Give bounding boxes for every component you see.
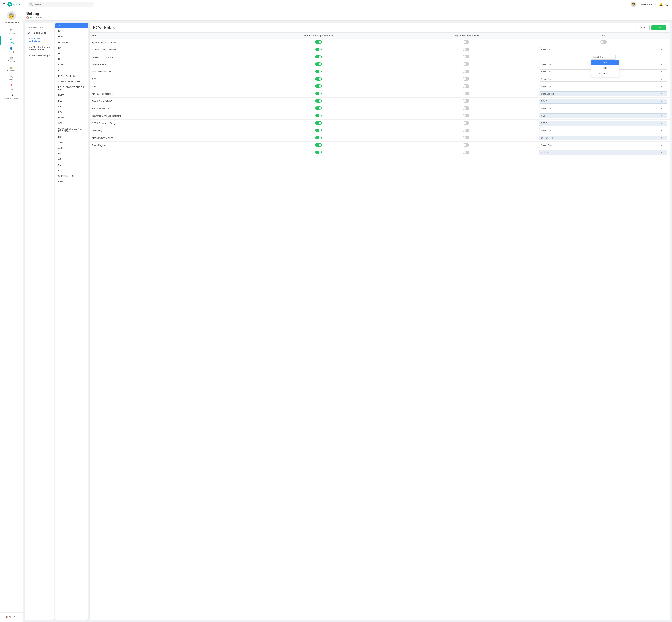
md-select-disabled[interactable]: OPT OUT LIST▼: [539, 136, 667, 140]
reappointment-toggle[interactable]: [463, 48, 469, 51]
user-info[interactable]: 🧑‍💼 Luis Hernandez ▼: [631, 2, 657, 7]
md-select[interactable]: Select One▼: [539, 106, 667, 111]
subnav-customized-alerts[interactable]: Customized Alerts: [25, 30, 54, 36]
subnav-common-form[interactable]: Common Form: [25, 24, 54, 30]
md-select-disabled[interactable]: COI▼: [539, 113, 667, 118]
type-nav-cnm[interactable]: CNM: [55, 179, 88, 184]
type-nav-pa[interactable]: PA: [55, 45, 88, 51]
type-nav-plc[interactable]: PLC: [55, 98, 88, 104]
signout-button[interactable]: 🚪 Sign Out: [0, 614, 23, 620]
md-select[interactable]: Select One▼: [539, 143, 667, 148]
reappointment-toggle[interactable]: [463, 84, 469, 88]
type-nav-lcsw[interactable]: LCSW: [55, 115, 88, 120]
dropdown-item[interactable]: AMA: [591, 60, 619, 65]
cancel-button[interactable]: Cancel: [635, 25, 649, 30]
sidebar-item-request-support[interactable]: 💬 Request Support: [0, 92, 23, 101]
reappointment-toggle[interactable]: [463, 136, 469, 139]
initial-toggle[interactable]: [315, 92, 322, 95]
reappointment-toggle[interactable]: [463, 99, 469, 103]
type-nav-do[interactable]: DO: [55, 28, 88, 34]
type-nav-counselors[interactable]: COUNSELORS/MA, MS, MSE, MSW: [55, 126, 88, 134]
initial-toggle[interactable]: [315, 70, 322, 73]
reappointment-toggle[interactable]: [463, 55, 469, 59]
sidebar-item-provider[interactable]: 🏥 Provider: [0, 55, 23, 64]
type-nav-lmft[interactable]: LMFT: [55, 93, 88, 98]
initial-toggle[interactable]: [315, 55, 322, 59]
reappointment-toggle[interactable]: [463, 129, 469, 132]
reappointment-toggle[interactable]: [463, 106, 469, 110]
md-select-disabled[interactable]: NPDB▼: [539, 121, 667, 126]
type-nav-rd[interactable]: RD: [55, 168, 88, 173]
initial-toggle[interactable]: [315, 84, 322, 88]
type-nav-apsw[interactable]: APSW: [55, 104, 88, 109]
initial-toggle[interactable]: [315, 136, 322, 139]
search-input[interactable]: [34, 3, 92, 6]
initial-toggle[interactable]: [315, 129, 322, 132]
dropdown-item[interactable]: STATE SITE: [591, 71, 619, 76]
md-select[interactable]: Select One▼: [539, 84, 667, 89]
type-nav-dc[interactable]: DC: [55, 51, 88, 57]
type-nav-surgical-tech[interactable]: SURGICAL TECH: [55, 173, 88, 179]
md-select[interactable]: Select One▼: [591, 55, 615, 60]
md-select[interactable]: Select One▼: [539, 77, 667, 81]
type-nav-psychologist[interactable]: PSYCHOLOGIST, PHD OR PSYD: [55, 84, 88, 93]
reappointment-toggle[interactable]: [463, 114, 469, 117]
type-nav-md[interactable]: MD: [55, 23, 88, 28]
initial-toggle[interactable]: [315, 150, 322, 154]
breadcrumb-home[interactable]: Home: [30, 16, 35, 19]
type-nav-ot[interactable]: OT: [55, 157, 88, 162]
initial-toggle[interactable]: [315, 106, 322, 110]
reappointment-toggle[interactable]: [463, 62, 469, 66]
message-icon[interactable]: 💬: [665, 2, 669, 6]
initial-toggle[interactable]: [315, 77, 322, 80]
sidebar-item-profile[interactable]: 👤 Profile: [0, 45, 23, 55]
type-nav-slp[interactable]: SLP: [55, 162, 88, 168]
type-nav-pt[interactable]: PT: [55, 151, 88, 157]
type-nav-addiction-medicine[interactable]: ADDICTION MEDICINE: [55, 79, 88, 84]
reappointment-toggle[interactable]: [463, 143, 469, 147]
md-select-disabled[interactable]: FSMB▼: [539, 99, 667, 104]
type-nav-aud[interactable]: AUD: [55, 145, 88, 151]
initial-toggle[interactable]: [315, 40, 322, 44]
type-nav-isw[interactable]: ISW: [55, 109, 88, 115]
type-nav-sac[interactable]: SAC: [55, 120, 88, 126]
hamburger-icon[interactable]: ☰: [3, 2, 6, 6]
reappointment-toggle[interactable]: [463, 77, 469, 80]
md-select-disabled[interactable]: State Specific▼: [539, 92, 667, 96]
subnav-new-affiliated[interactable]: New Affiliated Provider Correspondence: [25, 44, 54, 53]
type-nav-dpm[interactable]: DPM: [55, 34, 88, 40]
type-nav-rn[interactable]: RN: [55, 68, 88, 73]
type-nav-snm[interactable]: SNM: [55, 140, 88, 145]
reappointment-toggle[interactable]: [463, 121, 469, 125]
select-value: Select One: [541, 144, 552, 146]
notification-icon[interactable]: 🔔: [659, 2, 663, 6]
initial-toggle[interactable]: [315, 48, 322, 51]
md-toggle[interactable]: [600, 40, 607, 44]
type-nav-psychiatrists[interactable]: PSYCHIATRISTS: [55, 73, 88, 79]
sidebar-item-reporting[interactable]: 📊 Reporting: [0, 64, 23, 73]
save-button[interactable]: Save: [651, 25, 666, 30]
reappointment-toggle[interactable]: [463, 92, 469, 95]
sidebar-item-dashboard[interactable]: ⊞ Dashboard: [0, 27, 23, 36]
initial-toggle[interactable]: [315, 143, 322, 147]
initial-toggle[interactable]: [315, 99, 322, 103]
initial-toggle[interactable]: [315, 114, 322, 117]
dropdown-item[interactable]: NSC: [591, 65, 619, 71]
md-select-disabled[interactable]: NPPES▼: [539, 150, 667, 155]
type-nav-np[interactable]: NP: [55, 57, 88, 62]
initial-toggle[interactable]: [315, 62, 322, 66]
type-nav-crna[interactable]: CRNA: [55, 62, 88, 68]
reappointment-toggle[interactable]: [463, 70, 469, 73]
reappointment-toggle[interactable]: [463, 40, 469, 44]
initial-toggle[interactable]: [315, 121, 322, 125]
sidebar-item-setting[interactable]: ⚙ Setting: [0, 36, 23, 45]
type-nav-dds-ddm[interactable]: DDS/DDM: [55, 40, 88, 45]
subnav-customized-verifications[interactable]: Customized Verifications: [25, 36, 54, 44]
sidebar-item-tools[interactable]: 🔧 Tools: [0, 73, 23, 82]
sidebar-item-faq[interactable]: ❓ Faq: [0, 82, 23, 92]
type-nav-lba[interactable]: LBA: [55, 134, 88, 140]
reappointment-toggle[interactable]: [463, 150, 469, 154]
md-select[interactable]: Select One▼: [539, 128, 667, 133]
subnav-customized-privileges[interactable]: Customized Privileges: [25, 53, 54, 58]
md-select[interactable]: Select One▼: [539, 47, 667, 52]
